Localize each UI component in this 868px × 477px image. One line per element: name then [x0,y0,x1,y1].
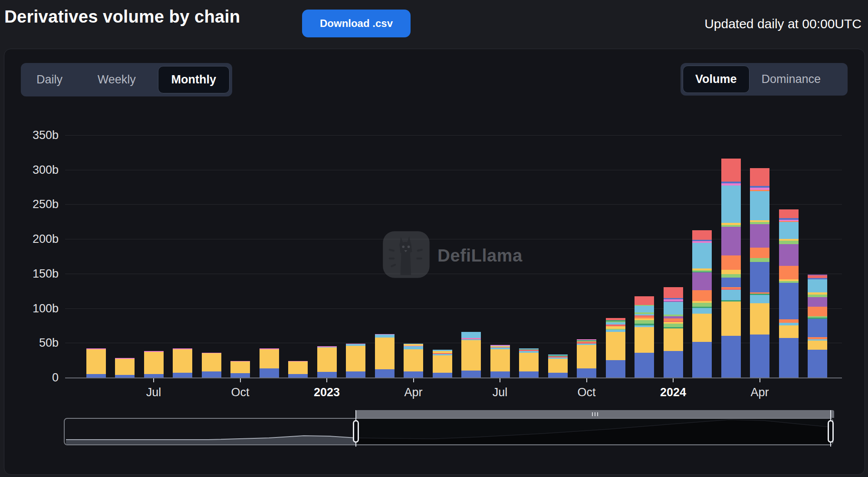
bar-aug-2023[interactable] [519,348,539,378]
bar-segment-blue [750,335,769,378]
bar-may-2022[interactable] [86,348,106,378]
bar-sep-2023[interactable] [548,354,568,378]
bar-segment-yellow [779,325,799,338]
bar-oct-2023[interactable] [577,339,596,378]
bar-segment-blue [375,369,395,378]
bar-jul-2022[interactable] [144,351,164,378]
x-axis-label: Apr [404,386,422,399]
bar-segment-yellow [404,349,423,371]
bar-segment-yellow [230,361,250,373]
bar-segment-blue [433,373,452,378]
watermark-label: DefiLlama [437,246,523,265]
bar-segment-red [664,287,683,298]
bar-segment-blue [173,373,192,378]
bar-segment-red [721,159,741,182]
tab-volume[interactable]: Volume [683,66,750,93]
bar-segment-green [664,324,683,327]
bar-segment-purple [721,227,741,256]
bar-segment-yellow [173,349,192,373]
tab-dominance[interactable]: Dominance [750,66,833,93]
bar-segment-cyan [750,191,769,220]
x-axis-tick [586,378,587,382]
bar-segment-green [721,274,741,278]
y-axis-label: 50b [28,336,59,350]
x-axis-tick [673,378,674,382]
bar-jun-2023[interactable] [461,332,481,378]
bar-segment-red [750,168,769,186]
bar-nov-2022[interactable] [260,348,279,378]
bar-segment-cyan [692,243,712,268]
bar-segment-red [779,209,799,219]
tab-weekly[interactable]: Weekly [85,66,149,93]
view-mode-tabs: Volume Dominance [681,63,848,96]
bar-segment-orange [692,290,712,301]
bar-apr-2023[interactable] [404,344,423,378]
page-title: Derivatives volume by chain [4,7,240,26]
bar-feb-2023[interactable] [346,344,365,378]
x-axis-tick [413,378,414,382]
bar-segment-yellow [635,327,654,353]
bar-segment-blue [317,372,337,378]
x-axis-tick [760,378,760,382]
bar-segment-yellow [519,353,539,371]
bar-segment-purple [779,244,799,265]
bar-segment-orange [808,307,827,316]
bar-segment-blue [404,371,423,378]
bar-jun-2024[interactable] [808,275,827,378]
x-axis-label: Apr [750,386,769,399]
bar-segment-yellow [808,341,827,350]
bar-may-2023[interactable] [433,350,452,378]
y-axis-label: 100b [28,301,59,315]
bar-feb-2024[interactable] [692,230,712,378]
bar-mar-2023[interactable] [375,334,395,378]
bar-dec-2022[interactable] [288,361,308,378]
bar-jul-2023[interactable] [490,345,510,378]
bar-mar-2024[interactable] [721,159,741,378]
bar-segment-yellow [317,348,337,372]
bar-segment-green [692,303,712,307]
bar-segment-green [779,241,799,244]
bar-jan-2023[interactable] [317,346,337,378]
bar-segment-blue [346,371,365,378]
bar-jan-2024[interactable] [664,287,683,378]
bar-segment-yellow [490,349,510,371]
x-axis-tick [153,378,154,382]
bar-oct-2022[interactable] [230,361,250,378]
bar-segment-yellow [115,359,135,375]
bar-segment-yellow [750,303,769,335]
bar-segment-yellow [721,270,741,274]
bar-jun-2022[interactable] [115,358,135,378]
bar-segment-blue [202,371,221,378]
bar-segment-blue [144,374,164,378]
bar-apr-2024[interactable] [750,168,769,378]
defillama-llama-icon [382,230,431,281]
datazoom-right-handle[interactable] [828,420,834,443]
x-axis-label: Jul [146,386,161,399]
y-axis-label: 200b [28,232,59,246]
bar-segment-yellow [606,332,625,360]
datazoom-window-bar[interactable] [356,410,834,418]
bar-segment-green [635,320,654,324]
bar-sep-2022[interactable] [202,353,221,378]
bar-may-2024[interactable] [779,209,799,378]
drag-grip-icon [597,412,598,416]
bar-segment-blue [548,373,568,378]
time-interval-tabs: Daily Weekly Monthly [21,63,232,96]
updated-daily-label: Updated daily at 00:00UTC [704,17,861,31]
bar-segment-yellow [288,361,308,374]
tab-monthly[interactable]: Monthly [158,66,230,93]
bar-segment-blue [635,353,654,378]
tab-daily[interactable]: Daily [23,66,76,93]
bar-segment-blue [577,368,596,378]
datazoom-left-handle[interactable] [353,420,359,443]
y-axis-label: 300b [28,163,59,176]
bar-dec-2023[interactable] [635,296,654,378]
bar-segment-blue [490,371,510,378]
bar-segment-green [750,258,769,262]
bar-segment-blue [664,351,683,378]
bar-aug-2022[interactable] [173,348,192,378]
bar-nov-2023[interactable] [606,318,625,378]
bar-segment-blue [779,338,799,378]
download-csv-button[interactable]: Download .csv [302,10,411,37]
x-axis-label: Oct [231,386,249,399]
